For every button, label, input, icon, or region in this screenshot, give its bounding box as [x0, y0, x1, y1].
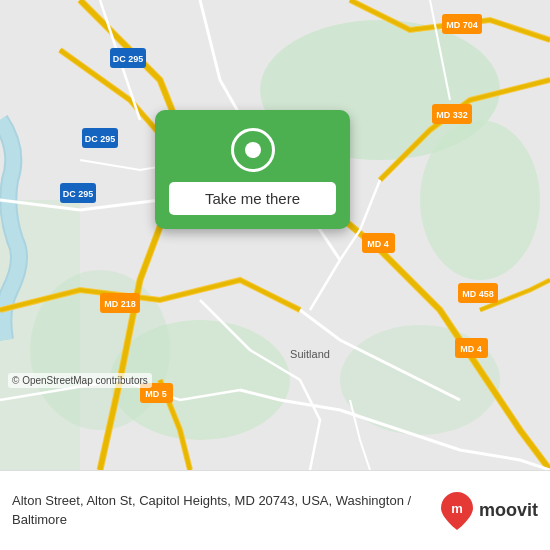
osm-credit: © OpenStreetMap contributors [8, 373, 152, 388]
moovit-pin-icon: m [441, 492, 473, 530]
map-container: DC 295 DC 295 DC 295 MD 704 MD 332 MD 4 … [0, 0, 550, 470]
svg-text:DC 295: DC 295 [113, 54, 144, 64]
svg-text:MD 458: MD 458 [462, 289, 494, 299]
svg-point-2 [420, 120, 540, 280]
svg-text:MD 704: MD 704 [446, 20, 478, 30]
popup-card: Take me there [155, 110, 350, 229]
svg-text:MD 332: MD 332 [436, 110, 468, 120]
svg-text:MD 4: MD 4 [460, 344, 482, 354]
bottom-bar: Alton Street, Alton St, Capitol Heights,… [0, 470, 550, 550]
address-text: Alton Street, Alton St, Capitol Heights,… [12, 492, 441, 528]
svg-text:MD 5: MD 5 [145, 389, 167, 399]
moovit-logo: m moovit [441, 492, 538, 530]
location-pin-icon [231, 128, 275, 172]
map-svg: DC 295 DC 295 DC 295 MD 704 MD 332 MD 4 … [0, 0, 550, 470]
moovit-text: moovit [479, 500, 538, 521]
svg-text:DC 295: DC 295 [63, 189, 94, 199]
take-me-there-button[interactable]: Take me there [169, 182, 336, 215]
svg-text:MD 218: MD 218 [104, 299, 136, 309]
svg-text:MD 4: MD 4 [367, 239, 389, 249]
svg-text:m: m [451, 501, 463, 516]
svg-text:DC 295: DC 295 [85, 134, 116, 144]
pin-inner [245, 142, 261, 158]
svg-text:Suitland: Suitland [290, 348, 330, 360]
